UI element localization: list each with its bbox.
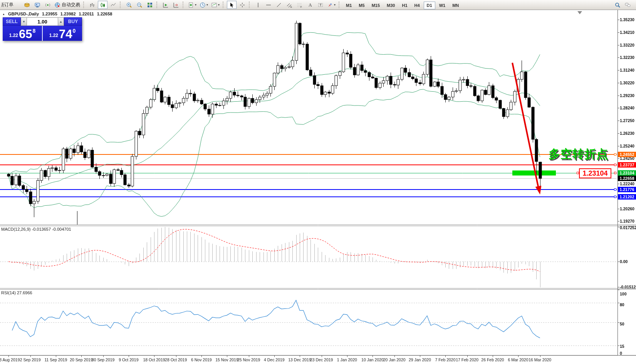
buy-price-big: 74 xyxy=(59,29,72,40)
fibonacci-icon: F xyxy=(297,2,303,8)
toolbar-separator xyxy=(120,2,122,8)
svg-text:E: E xyxy=(290,6,292,8)
zoom-out-icon xyxy=(136,2,143,8)
sell-price-display[interactable]: 1.22 65 8 xyxy=(3,26,42,41)
templates-button[interactable]: ▾ xyxy=(210,1,221,9)
label-tool-button[interactable]: T xyxy=(315,1,325,9)
candle-chart-icon xyxy=(100,2,106,8)
chart-shift-icon xyxy=(173,2,179,8)
sell-button[interactable]: SELL xyxy=(3,17,21,26)
autotrade-button[interactable]: 自动交易 xyxy=(53,1,81,9)
main-toolbar: 新订单 自动交易 ▾ ▾ ▾ E F A T ▾ M1M5M15M30H1H4D… xyxy=(0,0,636,10)
chat-button[interactable] xyxy=(623,1,633,9)
turning-point-annotation[interactable]: 多空转折点 xyxy=(549,146,608,162)
zoom-in-icon xyxy=(126,2,132,8)
buy-price-sup: 0 xyxy=(73,28,76,34)
timeframe-toolbar: M1M5M15M30H1H4D1W1MN xyxy=(342,2,462,8)
timeframe-button-M1[interactable]: M1 xyxy=(343,2,355,9)
bar-high-value: 1.23982 xyxy=(60,12,76,16)
svg-text:F: F xyxy=(300,6,302,8)
autoscroll-button[interactable] xyxy=(161,1,170,9)
timeframe-button-W1[interactable]: W1 xyxy=(436,2,449,9)
search-button[interactable] xyxy=(613,1,622,9)
price-annotation-box[interactable]: 1.23104 xyxy=(579,168,611,178)
horizontal-line-tool-button[interactable] xyxy=(263,1,273,9)
signal-button[interactable] xyxy=(43,1,52,9)
search-icon xyxy=(614,2,621,8)
svg-text:T: T xyxy=(319,3,322,7)
lot-value-field[interactable]: 1.00 xyxy=(27,17,58,26)
dropdown-caret: ▾ xyxy=(218,3,220,7)
zoom-in-button[interactable] xyxy=(124,1,134,9)
symbol-collapse-icon[interactable]: ▲ xyxy=(2,13,5,15)
symbol-info-bar: ▲ GBPUSD-,Daily 1.23955 1.23982 1.22011 … xyxy=(2,12,112,16)
autotrade-icon xyxy=(54,2,60,8)
timeframe-button-M5[interactable]: M5 xyxy=(356,2,368,9)
candle-chart-button[interactable] xyxy=(98,1,107,9)
bar-chart-icon xyxy=(89,2,96,8)
toolbar-separator xyxy=(156,2,159,8)
history-icon xyxy=(24,2,30,8)
one-click-trading-panel: SELL ▼ 1.00 ▲ BUY 1.22 65 8 1.22 74 0 xyxy=(3,17,82,41)
dropdown-caret: ▾ xyxy=(195,3,196,7)
timeframe-button-M15[interactable]: M15 xyxy=(369,2,383,9)
chat-icon xyxy=(624,2,631,8)
chart-shift-button[interactable] xyxy=(171,1,181,9)
line-chart-icon xyxy=(110,2,116,8)
timeframe-button-D1[interactable]: D1 xyxy=(424,2,435,9)
toolbar-separator xyxy=(223,2,225,8)
equidistant-channel-icon: E xyxy=(286,2,292,8)
crosshair-button[interactable] xyxy=(237,1,247,9)
lot-decrease-button[interactable]: ▼ xyxy=(21,17,27,26)
vertical-line-tool-button[interactable] xyxy=(253,1,263,9)
new-order-label: 新订单 xyxy=(1,2,13,8)
arrows-tool-icon xyxy=(327,2,333,8)
sell-price-small: 1.22 xyxy=(9,33,18,38)
toolbar-separator xyxy=(339,2,341,8)
rsi-indicator-label: RSI(14) 27.6966 xyxy=(1,290,32,295)
bar-close-value: 1.22658 xyxy=(97,12,112,16)
history-center-button[interactable] xyxy=(22,1,32,9)
text-tool-button[interactable]: A xyxy=(305,1,315,9)
price-chart-canvas[interactable] xyxy=(0,0,636,364)
market-watch-icon xyxy=(34,2,40,8)
timeframe-button-M30[interactable]: M30 xyxy=(384,2,398,9)
indicators-button[interactable]: ▾ xyxy=(187,1,198,9)
vertical-line-icon xyxy=(255,2,261,8)
trendline-icon xyxy=(276,2,282,8)
text-tool-icon: A xyxy=(307,2,313,8)
arrows-tool-button[interactable]: ▾ xyxy=(326,1,337,9)
buy-button[interactable]: BUY xyxy=(64,17,82,26)
toolbar-separator xyxy=(83,2,86,8)
signal-icon xyxy=(45,2,51,8)
periods-button[interactable]: ▾ xyxy=(198,1,209,9)
autotrade-label: 自动交易 xyxy=(62,2,80,8)
toolbar-separator xyxy=(183,2,185,8)
tile-windows-button[interactable] xyxy=(145,1,154,9)
channel-tool-button[interactable]: E xyxy=(284,1,294,9)
lot-increase-button[interactable]: ▲ xyxy=(58,17,64,26)
cursor-button[interactable] xyxy=(227,1,237,9)
timeframe-button-MN[interactable]: MN xyxy=(449,2,462,9)
toolbar-right-icons xyxy=(612,1,633,9)
zoom-out-button[interactable] xyxy=(134,1,144,9)
toolbar-separator xyxy=(249,2,251,8)
fibonacci-tool-button[interactable]: F xyxy=(295,1,304,9)
bar-chart-button[interactable] xyxy=(87,1,97,9)
line-chart-button[interactable] xyxy=(108,1,118,9)
sell-price-big: 65 xyxy=(19,29,32,40)
dropdown-caret: ▾ xyxy=(206,3,208,7)
horizontal-line-icon xyxy=(265,2,272,8)
sell-price-sup: 8 xyxy=(33,28,36,34)
trendline-tool-button[interactable] xyxy=(274,1,284,9)
autoscroll-icon xyxy=(163,2,169,8)
text-label-icon: T xyxy=(317,2,324,8)
new-order-button[interactable]: 新订单 xyxy=(1,1,21,9)
market-watch-button[interactable] xyxy=(32,1,42,9)
timeframe-button-H4[interactable]: H4 xyxy=(411,2,423,9)
periods-icon xyxy=(200,2,206,8)
timeframe-button-H1[interactable]: H1 xyxy=(399,2,410,9)
indicators-icon xyxy=(188,2,194,8)
buy-price-display[interactable]: 1.22 74 0 xyxy=(42,26,82,41)
tile-windows-icon xyxy=(147,2,153,8)
